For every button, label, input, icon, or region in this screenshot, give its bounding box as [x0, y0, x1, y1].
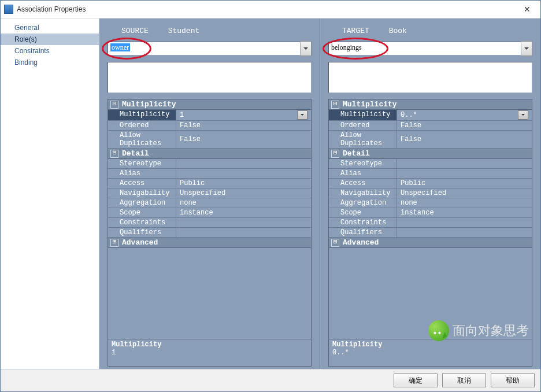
prop-value: 0..* — [401, 111, 417, 119]
prop-name: Stereotype — [329, 159, 397, 168]
prop-value-cell[interactable]: 0..* — [397, 110, 532, 120]
prop-row-constraints[interactable]: Constraints — [329, 218, 532, 228]
prop-value[interactable]: Unspecified — [397, 188, 532, 198]
collapse-icon: ⊟ — [331, 150, 339, 158]
prop-name: Aggregation — [108, 198, 176, 208]
prop-row-qualifiers[interactable]: Qualifiers — [329, 228, 532, 238]
group-label: Multiplicity — [343, 100, 397, 109]
target-heading: TARGET Book — [342, 27, 532, 35]
target-role-input[interactable]: belongings — [328, 42, 521, 56]
prop-value[interactable]: False — [176, 131, 311, 148]
prop-value[interactable]: Public — [176, 179, 311, 188]
prop-row-qualifiers[interactable]: Qualifiers — [108, 228, 311, 238]
prop-name: Access — [329, 179, 397, 188]
prop-row-navigability[interactable]: NavigabilityUnspecified — [108, 188, 311, 198]
prop-row-aggregation[interactable]: Aggregationnone — [329, 198, 532, 208]
prop-value[interactable]: False — [176, 121, 311, 130]
prop-name: Qualifiers — [108, 228, 176, 237]
prop-row-allow-duplicates[interactable]: Allow Duplicates False — [108, 131, 311, 149]
prop-value[interactable] — [176, 228, 311, 237]
sidebar-item-binding[interactable]: Binding — [1, 57, 99, 68]
source-role-input[interactable]: owner — [108, 42, 301, 56]
watermark: •• 面向对象思考 — [428, 320, 529, 341]
group-label: Multiplicity — [122, 100, 176, 109]
sidebar-item-roles[interactable]: Role(s) — [1, 34, 99, 45]
prop-name: Constraints — [108, 218, 176, 227]
target-role-dropdown[interactable] — [521, 41, 532, 56]
prop-row-stereotype[interactable]: Stereotype — [108, 159, 311, 169]
chevron-down-icon[interactable] — [518, 110, 528, 120]
prop-row-ordered[interactable]: OrderedFalse — [329, 121, 532, 131]
prop-name: Navigability — [329, 188, 397, 198]
prop-value[interactable] — [397, 228, 532, 237]
prop-name: Multiplicity — [329, 110, 397, 120]
prop-row-scope[interactable]: Scopeinstance — [108, 208, 311, 218]
collapse-icon: ⊟ — [331, 101, 339, 109]
sidebar: General Role(s) Constraints Binding — [1, 19, 99, 369]
prop-value[interactable]: instance — [176, 208, 311, 217]
prop-row-ordered[interactable]: Ordered False — [108, 121, 311, 131]
dialog-body: General Role(s) Constraints Binding SOUR… — [1, 19, 540, 369]
prop-name: Navigability — [108, 188, 176, 198]
target-group-detail[interactable]: ⊟ Detail — [329, 149, 532, 159]
prop-row-alias[interactable]: Alias — [329, 169, 532, 179]
source-group-detail[interactable]: ⊟ Detail — [108, 149, 311, 159]
prop-row-allow-duplicates[interactable]: Allow DuplicatesFalse — [329, 131, 532, 149]
sidebar-item-general[interactable]: General — [1, 22, 99, 34]
close-button[interactable]: ✕ — [514, 1, 540, 18]
prop-name: Ordered — [329, 121, 397, 130]
prop-name: Qualifiers — [329, 228, 397, 237]
prop-row-navigability[interactable]: NavigabilityUnspecified — [329, 188, 532, 198]
help-button[interactable]: 帮助 — [491, 373, 535, 387]
prop-row-stereotype[interactable]: Stereotype — [329, 159, 532, 169]
source-heading: SOURCE Student — [121, 27, 312, 35]
target-group-multiplicity[interactable]: ⊟ Multiplicity — [329, 99, 532, 110]
collapse-icon: ⊟ — [110, 101, 118, 109]
source-class: Student — [168, 27, 200, 35]
prop-value[interactable] — [176, 169, 311, 178]
source-group-multiplicity[interactable]: ⊟ Multiplicity — [108, 99, 311, 110]
group-label: Detail — [122, 149, 149, 158]
prop-row-access[interactable]: AccessPublic — [108, 179, 311, 188]
prop-value[interactable]: none — [397, 198, 532, 208]
prop-row-aggregation[interactable]: Aggregationnone — [108, 198, 311, 208]
prop-row-scope[interactable]: Scopeinstance — [329, 208, 532, 218]
target-group-advanced[interactable]: ⊞ Advanced — [329, 238, 532, 248]
prop-value[interactable] — [397, 169, 532, 178]
prop-value[interactable] — [176, 159, 311, 168]
prop-row-access[interactable]: AccessPublic — [329, 179, 532, 188]
source-notes[interactable] — [108, 62, 312, 93]
group-label: Advanced — [122, 238, 158, 247]
chevron-down-icon[interactable] — [297, 110, 307, 120]
prop-value[interactable]: False — [397, 121, 532, 130]
source-group-advanced[interactable]: ⊞ Advanced — [108, 238, 311, 248]
prop-value[interactable] — [397, 159, 532, 168]
content-area: SOURCE Student owner ⊟ Multiplicity — [99, 19, 540, 369]
ok-button[interactable]: 确定 — [394, 373, 438, 387]
prop-value[interactable]: Public — [397, 179, 532, 188]
dialog-window: Association Properties ✕ General Role(s)… — [0, 0, 541, 392]
sidebar-item-constraints[interactable]: Constraints — [1, 45, 99, 57]
prop-row-constraints[interactable]: Constraints — [108, 218, 311, 228]
prop-name: Scope — [108, 208, 176, 217]
prop-name: Ordered — [108, 121, 176, 130]
target-panel: TARGET Book belongings ⊟ Multiplicity — [320, 19, 540, 369]
app-icon — [4, 5, 13, 14]
prop-row-multiplicity[interactable]: Multiplicity 0..* — [329, 110, 532, 121]
prop-value[interactable]: False — [397, 131, 532, 148]
prop-value[interactable]: instance — [397, 208, 532, 217]
cancel-button[interactable]: 取消 — [442, 373, 486, 387]
source-role-dropdown[interactable] — [301, 41, 312, 56]
prop-row-alias[interactable]: Alias — [108, 169, 311, 179]
propgrid-blank — [108, 248, 311, 339]
prop-value[interactable]: none — [176, 198, 311, 208]
target-label: TARGET — [342, 27, 369, 35]
target-role-row: belongings — [328, 41, 532, 56]
prop-value[interactable]: Unspecified — [176, 188, 311, 198]
prop-value[interactable] — [176, 218, 311, 227]
prop-value[interactable] — [397, 218, 532, 227]
prop-name: Alias — [108, 169, 176, 178]
target-notes[interactable] — [328, 62, 532, 93]
prop-row-multiplicity[interactable]: Multiplicity 1 — [108, 110, 311, 121]
prop-value-cell[interactable]: 1 — [176, 110, 311, 120]
